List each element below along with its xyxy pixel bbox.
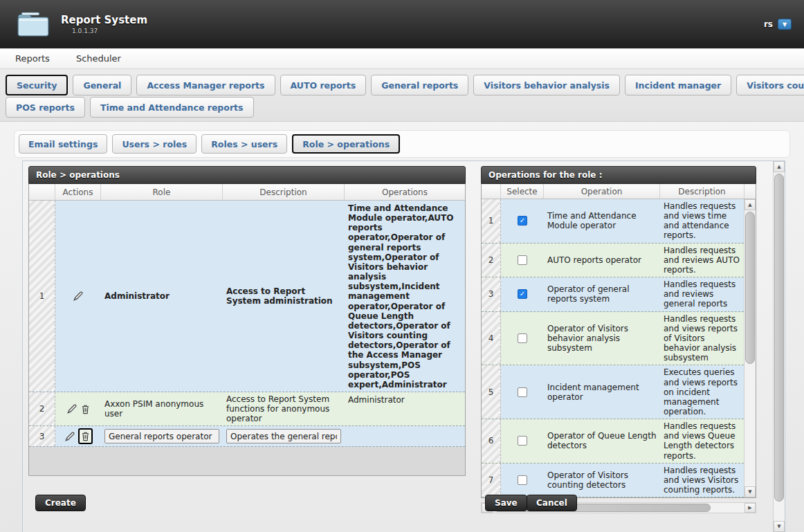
subtab-role-operations[interactable]: Role > operations: [292, 134, 400, 154]
operations-panel: Operations for the role : SelecteOperati…: [481, 166, 756, 513]
operation-checkbox[interactable]: [518, 255, 527, 265]
row-number: 1: [29, 201, 55, 392]
tab-row-2: POS reportsTime and Attendance reports: [6, 97, 798, 118]
cancel-button[interactable]: Cancel: [527, 495, 577, 511]
subtab-users-roles[interactable]: Users > roles: [112, 134, 197, 154]
operation-name-cell: Operator of Visitors behavior analysis s…: [544, 312, 660, 365]
operation-description-cell: Handles requests and views reports of Vi…: [660, 312, 744, 365]
scroll-down-icon[interactable]: ▼: [744, 486, 756, 497]
operation-row: 4Operator of Visitors behavior analysis …: [482, 312, 744, 366]
create-button[interactable]: Create: [35, 495, 86, 511]
operations-scroll-track[interactable]: [744, 210, 756, 486]
column-header-spacer: [744, 184, 756, 199]
role-description-cell: Access to Report System functions for an…: [223, 392, 345, 425]
column-header-role: Role: [101, 184, 223, 200]
column-header-num: [29, 184, 55, 200]
operation-checkbox[interactable]: [518, 436, 527, 446]
operation-checkbox[interactable]: [518, 387, 527, 397]
role-operations-cell: Administrator: [345, 392, 465, 425]
operation-name-cell: Operator of Queue Length detectors: [544, 419, 660, 463]
tab-general-reports[interactable]: General reports: [371, 75, 468, 95]
operation-description-cell: Handles requests and reviews AUTO report…: [660, 244, 744, 277]
row-number: 2: [482, 244, 501, 277]
role-actions: [55, 392, 101, 425]
user-label: rs: [764, 19, 773, 29]
role-actions: [55, 426, 101, 446]
app-logo-folder-icon: [15, 9, 51, 39]
row-number: 6: [482, 419, 501, 463]
scroll-down-icon[interactable]: ▼: [774, 521, 785, 532]
operation-description-cell: Executes queries and views reports on in…: [660, 365, 744, 419]
scroll-up-icon[interactable]: ▲: [774, 161, 785, 172]
operation-checkbox[interactable]: [518, 333, 527, 343]
edit-icon[interactable]: [66, 403, 78, 415]
user-area: rs ▼: [764, 19, 792, 30]
column-header-operation: Operation: [544, 184, 660, 199]
tab-visitors-counting-detectors[interactable]: Visitors counting detectors: [736, 75, 804, 95]
operation-checkbox[interactable]: ✓: [518, 289, 527, 299]
scroll-right-icon[interactable]: ▶: [744, 503, 756, 513]
role-description-input[interactable]: [226, 429, 341, 443]
role-description-cell: Access to Report System administration: [223, 201, 345, 392]
role-operations-cell: Time and Attendance Module operator,AUTO…: [345, 201, 465, 392]
operations-panel-body: SelecteOperationDescription 1✓Time and A…: [481, 184, 756, 498]
operation-selected-cell: [501, 419, 544, 463]
operation-name-cell: Operator of general reports system: [544, 277, 660, 311]
row-number: 3: [29, 426, 55, 446]
tab-auto-reports[interactable]: AUTO reports: [280, 75, 367, 95]
role-name-cell: [101, 426, 223, 446]
operation-description-cell: Handles requests and views Visitors coun…: [660, 464, 744, 497]
role-row: 3: [29, 426, 465, 447]
menu-bar: ReportsScheduler: [0, 48, 804, 69]
tab-pos-reports[interactable]: POS reports: [6, 97, 85, 118]
edit-icon[interactable]: [72, 290, 84, 302]
edit-icon[interactable]: [64, 430, 76, 443]
tab-visitors-behavior-analysis[interactable]: Visitors behavior analysis: [473, 75, 620, 95]
delete-icon[interactable]: [78, 428, 93, 444]
column-header-num: [482, 184, 501, 199]
operation-selected-cell: ✓: [501, 199, 544, 243]
scroll-up-icon[interactable]: ▲: [744, 199, 756, 210]
role-name-input[interactable]: [104, 429, 219, 443]
row-number: 7: [482, 464, 501, 497]
roles-panel-title: Role > operations: [28, 166, 466, 184]
operations-vertical-scrollbar[interactable]: ▲ ▼: [744, 199, 756, 497]
page-scroll-thumb[interactable]: [774, 174, 784, 502]
menu-item-scheduler[interactable]: Scheduler: [76, 53, 121, 64]
tab-time-and-attendance-reports[interactable]: Time and Attendance reports: [90, 97, 254, 118]
role-name-cell: Axxon PSIM anonymous user: [101, 392, 223, 425]
page-vertical-scrollbar[interactable]: ▲ ▼: [773, 161, 785, 532]
user-menu-dropdown-icon[interactable]: ▼: [778, 19, 792, 30]
row-number: 4: [482, 312, 501, 365]
roles-table-body: 1AdministratorAccess to Report System ad…: [29, 201, 465, 447]
menu-item-reports[interactable]: Reports: [15, 53, 50, 64]
operation-checkbox[interactable]: ✓: [518, 216, 527, 226]
save-button[interactable]: Save: [485, 495, 527, 511]
subtab-roles-users[interactable]: Roles > users: [201, 134, 287, 154]
operation-selected-cell: ✓: [501, 277, 544, 311]
operation-selected-cell: [501, 244, 544, 277]
subtab-email-settings[interactable]: Email settings: [19, 134, 107, 154]
operations-scroll-thumb[interactable]: [745, 212, 755, 364]
column-header-actions: Actions: [55, 184, 101, 200]
operation-row: 6Operator of Queue Length detectorsHandl…: [482, 419, 744, 464]
tab-general[interactable]: General: [73, 75, 131, 95]
delete-icon[interactable]: [80, 403, 91, 415]
column-header-description: Description: [660, 184, 744, 199]
report-tabstrip: SecurityGeneralAccess Manager reportsAUT…: [0, 69, 804, 122]
row-number: 2: [29, 392, 55, 425]
operation-checkbox[interactable]: [518, 475, 527, 485]
app-title-block: Report System 1.0.1.37: [61, 14, 147, 35]
operation-description-cell: Handles requests and views time and atte…: [660, 199, 744, 243]
operation-row: 5Incident management operatorExecutes qu…: [482, 365, 744, 419]
tab-security[interactable]: Security: [6, 75, 68, 95]
top-bar: Report System 1.0.1.37 rs ▼: [0, 0, 804, 48]
tab-incident-manager[interactable]: Incident manager: [625, 75, 731, 95]
role-name-cell: Administrator: [101, 201, 223, 392]
page-scroll-track[interactable]: [774, 172, 785, 521]
tab-access-manager-reports[interactable]: Access Manager reports: [136, 75, 275, 95]
operation-selected-cell: [501, 464, 544, 497]
operations-table-header: SelecteOperationDescription: [482, 184, 756, 199]
operations-panel-title: Operations for the role :: [481, 166, 756, 184]
role-description-cell: [223, 426, 345, 446]
